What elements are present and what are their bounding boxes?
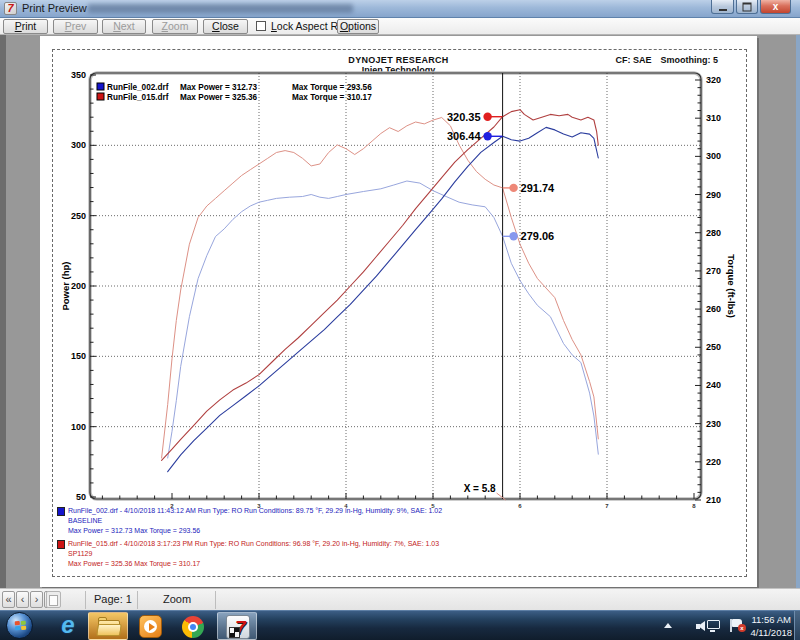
torque-axis-label: Torque (ft-lbs)	[726, 254, 737, 318]
svg-text:300: 300	[71, 140, 86, 150]
run1-label: BASELINE	[68, 516, 717, 526]
minimize-icon	[719, 9, 727, 11]
svg-text:210: 210	[706, 495, 721, 505]
taskbar-dynojet-winpep[interactable]: 7	[217, 612, 257, 640]
close-button[interactable]: Close	[203, 19, 248, 34]
dynojet-icon: 7	[226, 615, 250, 639]
app-icon: 7	[4, 2, 17, 15]
close-icon: x	[773, 2, 779, 12]
cursor-x-label: X = 5.8	[464, 483, 496, 494]
window-title: Print Preview	[22, 2, 87, 14]
taskbar: e 7 x 11:56 AM 4/11/2018	[0, 610, 800, 640]
windows-logo-icon	[15, 621, 27, 632]
callout-value-1: 306.44	[447, 130, 482, 142]
taskbar-clock[interactable]: 11:56 AM 4/11/2018	[750, 613, 792, 639]
statusbar-separator	[215, 591, 216, 609]
minimize-button[interactable]	[711, 0, 734, 14]
titlebar[interactable]: 7 Print Preview x	[0, 0, 800, 18]
next-button[interactable]: Next	[102, 19, 146, 34]
callout-value-3: 279.06	[521, 230, 555, 242]
svg-text:270: 270	[706, 266, 721, 276]
svg-text:50: 50	[76, 492, 86, 502]
close-window-button[interactable]: x	[760, 0, 791, 14]
run2-max-values: Max Power = 325.36 Max Torque = 310.17	[68, 559, 717, 569]
power-axis-label: Power (hp)	[60, 261, 71, 310]
page-setup-button[interactable]	[46, 591, 61, 608]
run1-conditions: RunFile_002.drf - 4/10/2018 11:43:12 AM …	[68, 506, 717, 516]
callout-dot-3	[509, 232, 517, 240]
options-button[interactable]: Options	[337, 19, 379, 34]
svg-text:350: 350	[71, 70, 86, 80]
first-page-button[interactable]: «	[2, 591, 15, 608]
run2-color-swatch	[57, 540, 65, 549]
callout-dot-2	[509, 184, 517, 192]
svg-text:220: 220	[706, 457, 721, 467]
run-annotation-sp1129: RunFile_015.drf - 4/10/2018 3:17:23 PM R…	[57, 539, 717, 569]
svg-text:200: 200	[71, 281, 86, 291]
preview-area: DYNOJET RESEARCH Injen Technology CF: SA…	[0, 35, 800, 588]
prev-page-button[interactable]: ‹	[16, 591, 29, 608]
taskbar-media-player[interactable]	[131, 612, 171, 640]
print-page: DYNOJET RESEARCH Injen Technology CF: SA…	[40, 36, 757, 587]
network-icon[interactable]	[707, 620, 720, 629]
taskbar-windows-explorer[interactable]	[88, 612, 128, 640]
callout-value-0: 320.35	[447, 111, 481, 123]
run1-color-swatch	[57, 507, 65, 516]
next-page-button[interactable]: ›	[30, 591, 43, 608]
zoom-indicator: Zoom	[140, 593, 214, 605]
svg-text:290: 290	[706, 190, 721, 200]
legend-swatch-0	[97, 83, 104, 90]
svg-text:100: 100	[71, 422, 86, 432]
start-button[interactable]	[6, 612, 33, 639]
legend-file-1: RunFile_015.drf	[107, 93, 169, 102]
maximize-button[interactable]	[736, 0, 758, 14]
callout-value-2: 291.74	[521, 182, 556, 194]
print-preview-toolbar: Print Prev Next Zoom Out Close Lock Aspe…	[0, 18, 800, 35]
legend-power-1: Max Power = 325.36	[180, 93, 258, 102]
restore-icon	[743, 2, 752, 11]
print-button[interactable]: Print	[3, 19, 48, 34]
run1-max-values: Max Power = 312.73 Max Torque = 293.56	[68, 526, 717, 536]
lock-aspect-ratio-checkbox[interactable]	[256, 21, 266, 31]
page-indicator: Page: 1	[90, 593, 136, 605]
statusbar-separator	[137, 591, 138, 609]
legend-torque-0: Max Torque = 293.56	[292, 83, 372, 92]
taskbar-chrome[interactable]	[173, 612, 213, 640]
svg-text:250: 250	[71, 211, 86, 221]
legend-swatch-1	[97, 93, 104, 100]
svg-text:250: 250	[706, 342, 721, 352]
action-center-flag-icon[interactable]: x	[732, 619, 742, 627]
clock-time: 11:56 AM	[750, 613, 792, 626]
svg-text:320: 320	[706, 75, 721, 85]
run2-label: SP1129	[68, 549, 717, 559]
svg-text:300: 300	[706, 151, 721, 161]
svg-text:280: 280	[706, 228, 721, 238]
preview-left-edge	[0, 35, 6, 588]
action-center-alert-badge: x	[738, 624, 746, 632]
dyno-chart: 5010015020025030035021022023024025026027…	[40, 36, 757, 587]
internet-explorer-icon: e	[61, 613, 74, 637]
clock-date: 4/11/2018	[750, 626, 792, 639]
callout-dot-0	[483, 113, 491, 121]
legend-power-0: Max Power = 312.73	[180, 83, 258, 92]
window-right-border	[796, 35, 800, 588]
run2-conditions: RunFile_015.drf - 4/10/2018 3:17:23 PM R…	[68, 539, 717, 549]
svg-text:240: 240	[706, 380, 721, 390]
svg-text:150: 150	[71, 351, 86, 361]
show-desktop-button[interactable]	[794, 611, 800, 640]
title-path-text-blurred	[88, 4, 353, 13]
chrome-icon	[182, 616, 204, 638]
zoom-out-button[interactable]: Zoom Out	[152, 19, 198, 34]
page-icon	[49, 595, 58, 606]
svg-text:260: 260	[706, 304, 721, 314]
media-player-icon	[139, 615, 162, 638]
prev-button[interactable]: Prev	[53, 19, 98, 34]
statusbar: « ‹ › » Page: 1 Zoom	[0, 588, 800, 610]
desktop: { "window": { "title": "Print Preview" }…	[0, 0, 800, 640]
taskbar-internet-explorer[interactable]: e	[48, 612, 88, 640]
svg-text:310: 310	[706, 113, 721, 123]
svg-text:230: 230	[706, 419, 721, 429]
legend-file-0: RunFile_002.drf	[107, 83, 169, 92]
run-annotation-baseline: RunFile_002.drf - 4/10/2018 11:43:12 AM …	[57, 506, 717, 536]
tray-expand-icon[interactable]	[664, 623, 672, 628]
